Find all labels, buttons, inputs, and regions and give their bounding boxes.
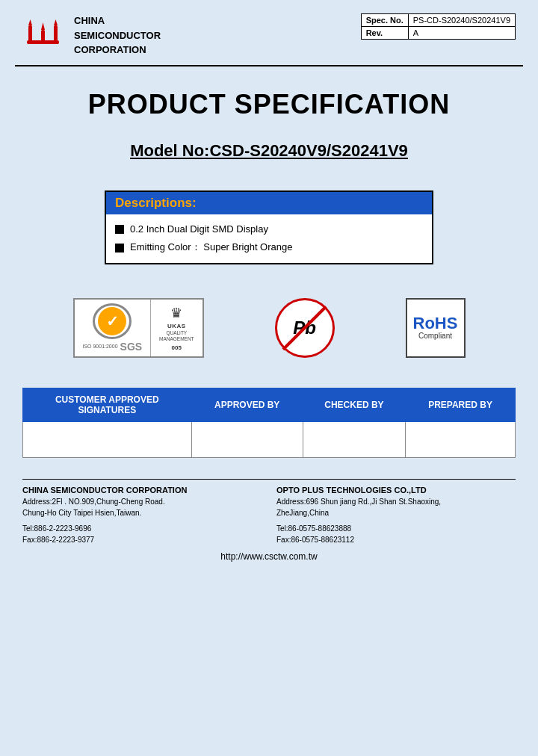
spec-no-value: PS-CD-S20240/S20241V9 xyxy=(408,14,515,27)
spec-table: Spec. No. PS-CD-S20240/S20241V9 Rev. A xyxy=(361,13,516,40)
company-name: CHINA SEMICONDUCTOR CORPORATION xyxy=(74,13,161,58)
svg-rect-6 xyxy=(27,40,59,44)
customer-approved-cell xyxy=(23,421,192,457)
sgs-check-circle: ✓ xyxy=(98,307,126,335)
descriptions-section: Descriptions: 0.2 Inch Dual Digit SMD Di… xyxy=(0,168,538,272)
header: CHINA SEMICONDUCTOR CORPORATION Spec. No… xyxy=(0,0,538,58)
svg-marker-5 xyxy=(54,19,58,25)
svg-rect-4 xyxy=(54,25,58,42)
approval-table: CUSTOMER APPROVED SIGNATURES APPROVED BY… xyxy=(22,388,516,458)
descriptions-box: Descriptions: 0.2 Inch Dual Digit SMD Di… xyxy=(105,190,433,264)
ukas-number: 005 xyxy=(172,344,182,351)
rev-value: A xyxy=(408,27,515,40)
checkmark-icon: ✓ xyxy=(106,312,119,330)
footer-left: CHINA SEMICONDUCTOR CORPORATION Address:… xyxy=(22,486,262,545)
ukas-subtitle: QUALITYMANAGEMENT xyxy=(159,330,194,343)
bullet-icon-1 xyxy=(115,225,124,234)
svg-marker-3 xyxy=(41,22,45,30)
sgs-iso-text: ISO 9001:2000 xyxy=(82,344,117,349)
col-customer-approved: CUSTOMER APPROVED SIGNATURES xyxy=(23,388,192,421)
svg-rect-2 xyxy=(41,30,45,42)
certifications-section: ✓ ISO 9001:2000 SGS ♛ UKAS QUALITYMANAGE… xyxy=(0,272,538,373)
footer-url: http://www.csctw.com.tw xyxy=(0,545,538,566)
footer-right-tel: Tel:86-0575-88623888 xyxy=(276,523,516,534)
desc-item-2: Emitting Color： Super Bright Orange xyxy=(115,238,423,257)
page: CHINA SEMICONDUCTOR CORPORATION Spec. No… xyxy=(0,0,538,756)
sgs-ring-icon: ✓ xyxy=(93,303,132,339)
desc-text-1: 0.2 Inch Dual Digit SMD Display xyxy=(130,220,268,239)
footer-left-company: CHINA SEMICONDUCTOR CORPORATION xyxy=(22,486,262,495)
sgs-part: ✓ ISO 9001:2000 SGS xyxy=(75,300,152,356)
col-checked-by: CHECKED BY xyxy=(303,388,405,421)
spec-no-label: Spec. No. xyxy=(361,14,408,27)
rohs-bottom-text: Compliant xyxy=(418,332,452,341)
title-section: PRODUCT SPECIFICATION xyxy=(0,66,538,128)
desc-text-2: Emitting Color： Super Bright Orange xyxy=(130,238,292,257)
col-approved-by: APPROVED BY xyxy=(191,388,303,421)
main-title: PRODUCT SPECIFICATION xyxy=(15,89,523,120)
no-pb-badge: Pb xyxy=(275,298,335,358)
svg-rect-0 xyxy=(28,25,32,42)
approval-row xyxy=(23,421,516,457)
footer-right-company: OPTO PLUS TECHNOLOGIES CO.,LTD xyxy=(276,486,516,495)
sgs-ukas-badge: ✓ ISO 9001:2000 SGS ♛ UKAS QUALITYMANAGE… xyxy=(73,298,204,358)
rev-label: Rev. xyxy=(361,27,408,40)
company-logo-icon xyxy=(22,15,64,56)
footer-right: OPTO PLUS TECHNOLOGIES CO.,LTD Address:6… xyxy=(276,486,516,545)
approved-by-cell xyxy=(191,421,303,457)
sgs-logo-text: SGS xyxy=(120,341,143,353)
footer-left-fax: Fax:886-2-2223-9377 xyxy=(22,534,262,545)
rohs-top-text: RoHS xyxy=(413,315,458,332)
ukas-title: UKAS xyxy=(167,323,186,330)
descriptions-body: 0.2 Inch Dual Digit SMD Display Emitting… xyxy=(106,214,432,263)
descriptions-header: Descriptions: xyxy=(106,192,432,214)
header-left: CHINA SEMICONDUCTOR CORPORATION xyxy=(22,13,161,58)
col-prepared-by: PREPARED BY xyxy=(406,388,516,421)
footer-left-address2: Chung-Ho City Taipei Hsien,Taiwan. xyxy=(22,507,262,518)
ukas-crown-icon: ♛ xyxy=(170,305,182,321)
footer-section: CHINA SEMICONDUCTOR CORPORATION Address:… xyxy=(0,480,538,545)
model-section: Model No:CSD-S20240V9/S20241V9 xyxy=(0,128,538,168)
bullet-icon-2 xyxy=(115,244,124,252)
svg-marker-1 xyxy=(28,19,32,25)
rohs-badge: RoHS Compliant xyxy=(406,298,466,358)
footer-left-address1: Address:2Fl . NO.909,Chung-Cheng Road. xyxy=(22,496,262,507)
footer-left-tel: Tel:886-2-2223-9696 xyxy=(22,523,262,534)
prepared-by-cell xyxy=(406,421,516,457)
no-symbol-line-icon xyxy=(282,306,327,350)
desc-item-1: 0.2 Inch Dual Digit SMD Display xyxy=(115,220,423,239)
approval-section: CUSTOMER APPROVED SIGNATURES APPROVED BY… xyxy=(0,373,538,465)
footer-right-fax: Fax:86-0575-88623112 xyxy=(276,534,516,545)
ukas-part: ♛ UKAS QUALITYMANAGEMENT 005 xyxy=(151,300,202,356)
checked-by-cell xyxy=(303,421,405,457)
footer-right-address2: ZheJiang,China xyxy=(276,507,516,518)
footer-right-address1: Address:696 Shun jiang Rd.,Ji Shan St.Sh… xyxy=(276,496,516,507)
model-number: Model No:CSD-S20240V9/S20241V9 xyxy=(15,141,523,161)
sgs-labels: ISO 9001:2000 SGS xyxy=(82,341,142,353)
